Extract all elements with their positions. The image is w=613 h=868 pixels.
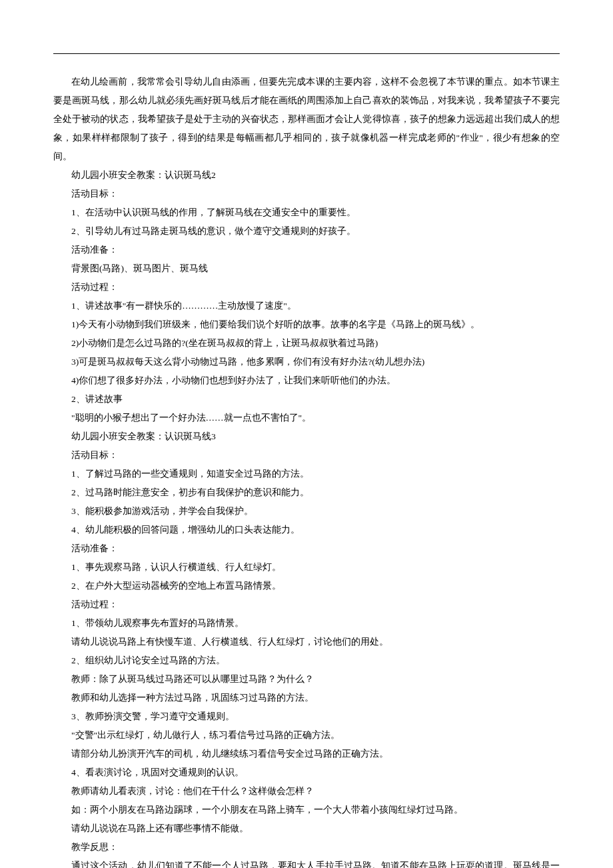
paragraph: 4、幼儿能积极的回答问题，增强幼儿的口头表达能力。: [53, 521, 560, 539]
top-divider: [53, 53, 560, 54]
paragraph: 教师请幼儿看表演，讨论：他们在干什么？这样做会怎样？: [53, 782, 560, 801]
document-body: 在幼儿绘画前，我常常会引导幼儿自由添画，但要先完成本课的主要内容，这样不会忽视了…: [53, 73, 560, 868]
paragraph: 1、带领幼儿观察事先布置好的马路情景。: [53, 614, 560, 633]
paragraph: 3、教师扮演交警，学习遵守交通规则。: [53, 707, 560, 726]
paragraph: 1、了解过马路的一些交通规则，知道安全过马路的方法。: [53, 465, 560, 483]
paragraph: 请幼儿说说在马路上还有哪些事情不能做。: [53, 819, 560, 838]
paragraph: 1)今天有小动物到我们班级来，他们要给我们说个好听的故事。故事的名字是《马路上的…: [53, 315, 560, 334]
paragraph: 活动过程：: [53, 278, 560, 297]
paragraph: 请幼儿说说马路上有快慢车道、人行横道线、行人红绿灯，讨论他们的用处。: [53, 633, 560, 651]
paragraph: 3、能积极参加游戏活动，并学会自我保护。: [53, 502, 560, 521]
paragraph: 4、看表演讨论，巩固对交通规则的认识。: [53, 763, 560, 782]
paragraph: 活动准备：: [53, 539, 560, 558]
paragraph: 如：两个小朋友在马路边踢球，一个小朋友在马路上骑车，一个大人带着小孩闯红绿灯过马…: [53, 801, 560, 819]
paragraph: 1、事先观察马路，认识人行横道线、行人红绿灯。: [53, 558, 560, 577]
paragraph: 1、在活动中认识斑马线的作用，了解斑马线在交通安全中的重要性。: [53, 203, 560, 222]
paragraph: 活动准备：: [53, 241, 560, 259]
paragraph: 2、引导幼儿有过马路走斑马线的意识，做个遵守交通规则的好孩子。: [53, 222, 560, 241]
paragraph: 活动目标：: [53, 446, 560, 465]
paragraph: 1、讲述故事"有一群快乐的…………主动放慢了速度"。: [53, 297, 560, 315]
paragraph: 2、组织幼儿讨论安全过马路的方法。: [53, 651, 560, 670]
paragraph: 在幼儿绘画前，我常常会引导幼儿自由添画，但要先完成本课的主要内容，这样不会忽视了…: [53, 73, 560, 166]
paragraph: "聪明的小猴子想出了一个好办法……就一点也不害怕了"。: [53, 409, 560, 427]
paragraph: 3)可是斑马叔叔每天这么背小动物过马路，他多累啊，你们有没有好办法?(幼儿想办法…: [53, 353, 560, 371]
paragraph: 活动过程：: [53, 595, 560, 614]
paragraph: 通过这个活动，幼儿们知道了不能一个人过马路，要和大人手拉手过马路。知道不能在马路…: [53, 857, 560, 868]
paragraph: 背景图(马路)、斑马图片、斑马线: [53, 259, 560, 278]
paragraph: 2、讲述故事: [53, 390, 560, 409]
paragraph: 幼儿园小班安全教案：认识斑马线3: [53, 427, 560, 446]
paragraph: 2、在户外大型运动器械旁的空地上布置马路情景。: [53, 577, 560, 595]
paragraph: 教师和幼儿选择一种方法过马路，巩固练习过马路的方法。: [53, 689, 560, 707]
paragraph: 教学反思：: [53, 838, 560, 857]
document-page: 在幼儿绘画前，我常常会引导幼儿自由添画，但要先完成本课的主要内容，这样不会忽视了…: [0, 0, 613, 868]
paragraph: 教师：除了从斑马线过马路还可以从哪里过马路？为什么？: [53, 670, 560, 689]
paragraph: 幼儿园小班安全教案：认识斑马线2: [53, 166, 560, 185]
paragraph: 2)小动物们是怎么过马路的?(坐在斑马叔叔的背上，让斑马叔叔驮着过马路): [53, 334, 560, 353]
paragraph: 请部分幼儿扮演开汽车的司机，幼儿继续练习看信号安全过马路的正确方法。: [53, 745, 560, 763]
paragraph: 活动目标：: [53, 185, 560, 203]
paragraph: 2、过马路时能注意安全，初步有自我保护的意识和能力。: [53, 483, 560, 502]
paragraph: "交警"出示红绿灯，幼儿做行人，练习看信号过马路的正确方法。: [53, 726, 560, 745]
paragraph: 4)你们想了很多好办法，小动物们也想到好办法了，让我们来听听他们的办法。: [53, 371, 560, 390]
